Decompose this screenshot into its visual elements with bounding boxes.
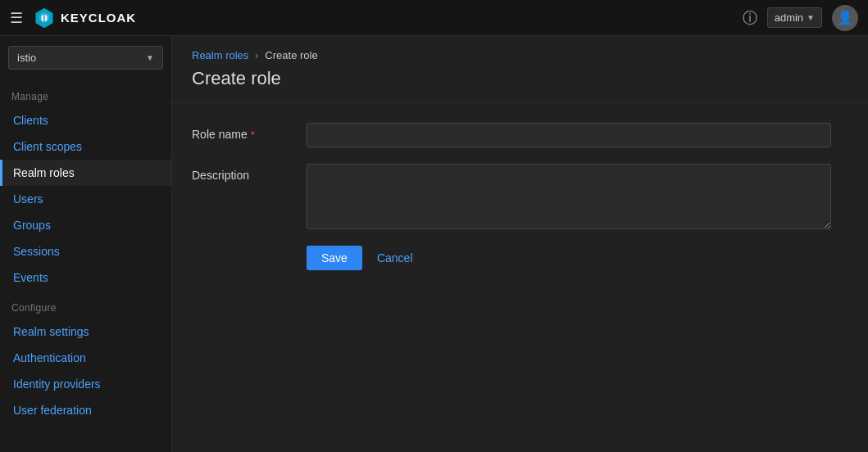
sidebar-item-groups[interactable]: Groups	[0, 212, 171, 238]
save-button[interactable]: Save	[307, 246, 362, 270]
main-content: Realm roles › Create role Create role Ro…	[172, 36, 868, 452]
description-label: Description	[192, 164, 307, 182]
admin-label: admin	[775, 11, 803, 24]
page-divider	[172, 102, 868, 103]
description-input[interactable]	[307, 164, 831, 229]
manage-section-label: Manage	[0, 79, 171, 107]
sidebar-item-users[interactable]: Users	[0, 186, 171, 212]
sidebar-item-user-federation[interactable]: User federation	[0, 397, 171, 423]
form-actions: Save Cancel	[192, 246, 848, 270]
logo: KEYCLOAK	[33, 7, 136, 29]
sidebar-item-identity-providers[interactable]: Identity providers	[0, 371, 171, 397]
create-role-form: Role name * Description Save Cancel	[172, 123, 868, 270]
avatar-icon: 👤	[837, 10, 853, 25]
breadcrumb-separator: ›	[255, 50, 258, 61]
sidebar-item-realm-roles[interactable]: Realm roles	[0, 160, 171, 186]
sidebar: istio ▼ Manage Clients Client scopes Rea…	[0, 36, 172, 452]
breadcrumb-parent-link[interactable]: Realm roles	[192, 49, 248, 61]
role-name-input[interactable]	[307, 123, 831, 147]
main-layout: istio ▼ Manage Clients Client scopes Rea…	[0, 36, 868, 452]
svg-rect-3	[43, 13, 45, 22]
navbar-right: ⓘ admin ▼ 👤	[743, 5, 858, 31]
configure-section-label: Configure	[0, 291, 171, 319]
realm-dropdown-arrow-icon: ▼	[146, 53, 154, 62]
realm-selector[interactable]: istio ▼	[8, 46, 163, 70]
admin-dropdown[interactable]: admin ▼	[767, 7, 822, 28]
breadcrumb: Realm roles › Create role	[172, 36, 868, 61]
required-indicator: *	[251, 129, 255, 141]
role-name-row: Role name *	[192, 123, 848, 147]
sidebar-item-realm-settings[interactable]: Realm settings	[0, 319, 171, 345]
help-icon[interactable]: ⓘ	[743, 8, 757, 28]
breadcrumb-current: Create role	[265, 49, 317, 61]
app-name: KEYCLOAK	[61, 11, 136, 25]
navbar-left: ☰ KEYCLOAK	[10, 7, 136, 29]
dropdown-arrow-icon: ▼	[807, 13, 815, 22]
navbar: ☰ KEYCLOAK ⓘ admin ▼ 👤	[0, 0, 868, 36]
sidebar-item-authentication[interactable]: Authentication	[0, 345, 171, 371]
keycloak-logo-icon	[33, 7, 56, 29]
sidebar-item-sessions[interactable]: Sessions	[0, 238, 171, 264]
page-title: Create role	[172, 61, 868, 102]
cancel-button[interactable]: Cancel	[372, 246, 418, 270]
realm-name: istio	[17, 52, 36, 64]
sidebar-item-clients[interactable]: Clients	[0, 107, 171, 133]
role-name-label: Role name *	[192, 123, 307, 141]
sidebar-item-events[interactable]: Events	[0, 264, 171, 291]
user-avatar[interactable]: 👤	[832, 5, 858, 31]
menu-icon[interactable]: ☰	[10, 9, 23, 27]
sidebar-item-client-scopes[interactable]: Client scopes	[0, 133, 171, 160]
description-row: Description	[192, 164, 848, 229]
